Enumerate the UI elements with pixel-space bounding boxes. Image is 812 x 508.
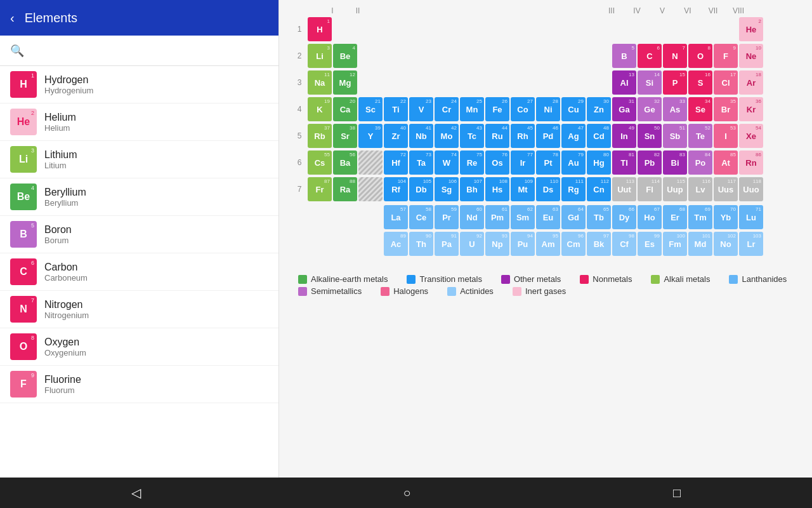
element-cell[interactable]: 61Pm bbox=[485, 205, 509, 229]
element-cell[interactable]: 96Cm bbox=[561, 232, 586, 256]
element-cell[interactable]: 44Ru bbox=[485, 124, 509, 148]
element-cell[interactable]: 50Sn bbox=[638, 124, 662, 148]
element-cell[interactable]: 73Ta bbox=[409, 150, 433, 175]
element-cell[interactable]: 82Pb bbox=[638, 150, 662, 175]
element-cell[interactable]: 71Lu bbox=[739, 205, 763, 229]
element-cell[interactable]: 93Np bbox=[485, 232, 509, 256]
element-cell[interactable]: 3Li bbox=[308, 44, 332, 68]
element-cell[interactable]: 52Te bbox=[688, 124, 712, 148]
element-cell[interactable]: 22Ti bbox=[384, 97, 408, 121]
element-cell[interactable]: 117Uus bbox=[714, 177, 738, 201]
element-cell[interactable]: 94Pu bbox=[511, 232, 535, 256]
element-cell[interactable]: 100Fm bbox=[663, 232, 687, 256]
element-item[interactable]: 8 O Oxygen Oxygenium bbox=[0, 328, 278, 366]
element-cell[interactable]: 18Ar bbox=[739, 70, 763, 95]
element-cell[interactable]: 53I bbox=[714, 124, 738, 148]
element-cell[interactable]: 35Br bbox=[714, 97, 738, 121]
element-cell[interactable]: 5B bbox=[612, 44, 636, 68]
element-cell[interactable]: 1H bbox=[308, 17, 332, 41]
element-cell[interactable]: 32Ge bbox=[638, 97, 662, 121]
element-cell[interactable]: 8O bbox=[688, 44, 712, 68]
nav-recents[interactable]: □ bbox=[673, 486, 681, 500]
element-cell[interactable]: 110Ds bbox=[536, 177, 560, 201]
element-cell[interactable]: 114Fl bbox=[638, 177, 662, 201]
element-cell[interactable]: 75Re bbox=[460, 150, 484, 175]
element-cell[interactable]: 27Co bbox=[511, 97, 535, 121]
element-cell[interactable]: 29Cu bbox=[561, 97, 586, 121]
element-cell[interactable]: 58Ce bbox=[409, 205, 433, 229]
element-cell[interactable]: 46Pd bbox=[536, 124, 560, 148]
element-cell[interactable]: 88Ra bbox=[333, 177, 357, 201]
element-cell[interactable]: 6C bbox=[638, 44, 662, 68]
element-cell[interactable]: 107Bh bbox=[460, 177, 484, 201]
element-cell[interactable]: 23V bbox=[409, 97, 433, 121]
element-cell[interactable]: 60Nd bbox=[460, 205, 484, 229]
element-cell[interactable]: 10Ne bbox=[739, 44, 763, 68]
element-cell[interactable]: 87Fr bbox=[308, 177, 332, 201]
element-cell[interactable]: 34Se bbox=[688, 97, 712, 121]
element-item[interactable]: 7 N Nitrogen Nitrogenium bbox=[0, 291, 278, 328]
element-cell[interactable]: 41Nb bbox=[409, 124, 433, 148]
element-cell[interactable]: 36Kr bbox=[739, 97, 763, 121]
element-cell[interactable]: 86Rn bbox=[739, 150, 763, 175]
element-cell[interactable]: 74W bbox=[435, 150, 459, 175]
element-cell[interactable]: 2He bbox=[739, 17, 763, 41]
element-cell[interactable]: 9F bbox=[714, 44, 738, 68]
element-cell[interactable]: 48Cd bbox=[587, 124, 611, 148]
element-cell[interactable]: 43Tc bbox=[460, 124, 484, 148]
element-cell[interactable]: 76Os bbox=[485, 150, 509, 175]
element-cell[interactable]: 101Md bbox=[688, 232, 712, 256]
element-cell[interactable]: 98Cf bbox=[612, 232, 636, 256]
element-cell[interactable]: 12Mg bbox=[333, 70, 357, 95]
element-item[interactable]: 9 F Fluorine Fluorum bbox=[0, 366, 278, 403]
element-cell[interactable]: 65Tb bbox=[587, 205, 611, 229]
element-cell[interactable]: 106Sg bbox=[435, 177, 459, 201]
element-cell[interactable]: 108Hs bbox=[485, 177, 509, 201]
element-cell[interactable]: 20Ca bbox=[333, 97, 357, 121]
element-cell[interactable]: 51Sb bbox=[663, 124, 687, 148]
element-cell[interactable]: 66Dy bbox=[612, 205, 636, 229]
search-input[interactable] bbox=[29, 45, 268, 57]
element-item[interactable]: 4 Be Beryllium Beryllium bbox=[0, 178, 278, 216]
back-button[interactable]: ‹ bbox=[10, 11, 15, 25]
element-cell[interactable]: 17Cl bbox=[714, 70, 738, 95]
element-cell[interactable]: 81Tl bbox=[612, 150, 636, 175]
element-item[interactable]: 3 Li Lithium Litium bbox=[0, 141, 278, 178]
element-cell[interactable]: 21Sc bbox=[358, 97, 383, 121]
element-cell[interactable]: 109Mt bbox=[511, 177, 535, 201]
element-cell[interactable]: 83Bi bbox=[663, 150, 687, 175]
element-item[interactable]: 1 H Hydrogen Hydrogenium bbox=[0, 66, 278, 104]
element-cell[interactable]: 97Bk bbox=[587, 232, 611, 256]
element-cell[interactable]: 90Th bbox=[409, 232, 433, 256]
element-cell[interactable]: 33As bbox=[663, 97, 687, 121]
element-cell[interactable]: 31Ga bbox=[612, 97, 636, 121]
element-cell[interactable]: 45Rh bbox=[511, 124, 535, 148]
element-cell[interactable]: 26Fe bbox=[485, 97, 509, 121]
element-cell[interactable]: 47Ag bbox=[561, 124, 586, 148]
element-cell[interactable]: 16S bbox=[688, 70, 712, 95]
element-cell[interactable]: 15P bbox=[663, 70, 687, 95]
element-cell[interactable]: 72Hf bbox=[384, 150, 408, 175]
element-item[interactable]: 2 He Helium Helium bbox=[0, 104, 278, 141]
element-cell[interactable]: 42Mo bbox=[435, 124, 459, 148]
element-cell[interactable]: 49In bbox=[612, 124, 636, 148]
element-cell[interactable]: 111Rg bbox=[561, 177, 586, 201]
element-cell[interactable]: 118Uuo bbox=[739, 177, 763, 201]
element-cell[interactable]: 39Y bbox=[358, 124, 383, 148]
element-cell[interactable]: 24Cr bbox=[435, 97, 459, 121]
element-cell[interactable]: 70Yb bbox=[714, 205, 738, 229]
element-cell[interactable]: 14Si bbox=[638, 70, 662, 95]
element-cell[interactable]: 104Rf bbox=[384, 177, 408, 201]
element-item[interactable]: 5 B Boron Borum bbox=[0, 216, 278, 253]
element-cell[interactable]: 91Pa bbox=[435, 232, 459, 256]
element-cell[interactable]: 68Er bbox=[663, 205, 687, 229]
element-cell[interactable]: 115Uup bbox=[663, 177, 687, 201]
element-cell[interactable]: 25Mn bbox=[460, 97, 484, 121]
element-cell[interactable]: 57La bbox=[384, 205, 408, 229]
element-cell[interactable]: 13Al bbox=[612, 70, 636, 95]
element-cell[interactable]: 80Hg bbox=[587, 150, 611, 175]
element-cell[interactable]: 63Eu bbox=[536, 205, 560, 229]
element-cell[interactable]: 30Zn bbox=[587, 97, 611, 121]
element-cell[interactable]: 40Zr bbox=[384, 124, 408, 148]
element-cell[interactable]: 37Rb bbox=[308, 124, 332, 148]
